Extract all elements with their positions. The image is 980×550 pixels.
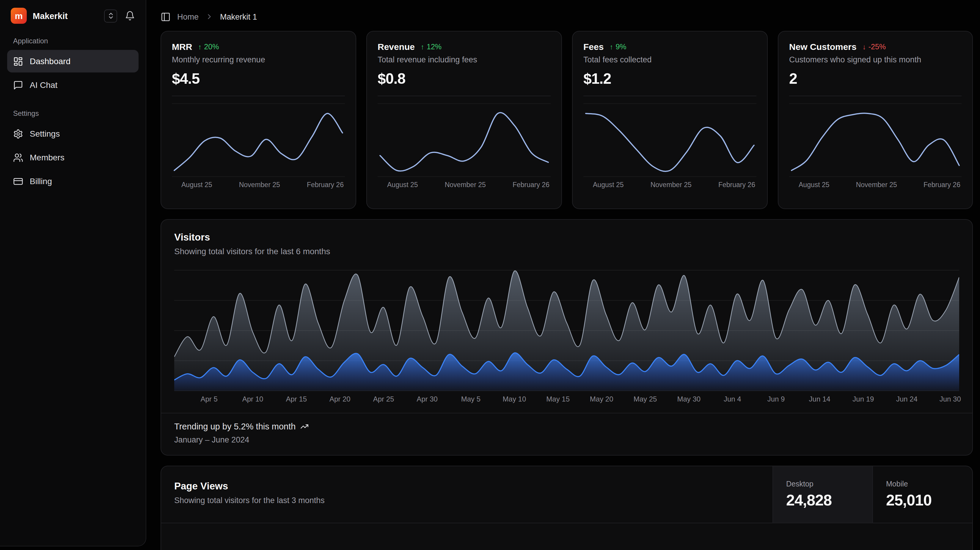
sparkline-x-ticks: August 25November 25February 26 bbox=[172, 177, 345, 188]
metric-subtitle: Customers who signed up this month bbox=[789, 55, 962, 64]
page-views-subtitle: Showing total visitors for the last 3 mo… bbox=[174, 496, 325, 505]
visitors-header: Visitors Showing total visitors for the … bbox=[161, 231, 972, 256]
metric-value: $1.2 bbox=[583, 70, 756, 87]
x-tick-label: November 25 bbox=[445, 181, 486, 188]
panel-left-toggle-icon[interactable] bbox=[161, 11, 171, 22]
metric-card-mrr: MRR ↑ 20% Monthly recurring revenue $4.5… bbox=[161, 31, 356, 209]
chevron-right-icon bbox=[205, 13, 213, 21]
makerkit-logo: m bbox=[11, 8, 27, 24]
x-tick-label: November 25 bbox=[239, 181, 280, 188]
visitors-footer: Trending up by 5.2% this month January –… bbox=[161, 413, 972, 455]
sparkline-x-ticks: August 25November 25February 26 bbox=[378, 177, 550, 188]
sidebar-item-members[interactable]: Members bbox=[7, 146, 138, 169]
x-tick-label: Apr 5 bbox=[201, 395, 218, 403]
metric-trend-badge: ↑ 12% bbox=[421, 43, 442, 51]
x-tick-label: Apr 30 bbox=[417, 395, 438, 403]
sidebar-item-dashboard[interactable]: Dashboard bbox=[7, 50, 138, 73]
sparkline-x-ticks: August 25November 25February 26 bbox=[789, 177, 962, 188]
layout-dashboard-icon bbox=[13, 56, 23, 66]
visitors-title: Visitors bbox=[174, 231, 959, 243]
divider bbox=[583, 96, 756, 96]
sparkline-svg bbox=[583, 104, 756, 176]
chevrons-up-down-icon[interactable] bbox=[104, 9, 117, 22]
page-views-header: Page Views Showing total visitors for th… bbox=[161, 466, 972, 523]
trend-percent: 12% bbox=[427, 43, 442, 51]
stat-label: Desktop bbox=[786, 480, 813, 488]
x-tick-label: August 25 bbox=[799, 181, 830, 188]
sidebar-nav: ApplicationDashboardAI ChatSettingsSetti… bbox=[7, 37, 138, 192]
metric-trend-badge: ↑ 9% bbox=[609, 43, 626, 51]
breadcrumb: Home Makerkit 1 bbox=[161, 7, 973, 26]
sidebar-item-billing[interactable]: Billing bbox=[7, 170, 138, 192]
sparkline-svg bbox=[172, 104, 345, 176]
sidebar-section-label: Settings bbox=[13, 109, 133, 117]
trend-percent: -25% bbox=[869, 43, 886, 51]
trending-up-icon bbox=[300, 422, 309, 431]
metric-value: $0.8 bbox=[378, 70, 550, 87]
metric-sparkline-chart bbox=[378, 103, 550, 177]
bell-icon[interactable] bbox=[125, 11, 135, 21]
trend-percent: 20% bbox=[204, 43, 219, 51]
x-tick-label: February 26 bbox=[512, 181, 549, 188]
breadcrumb-home-link[interactable]: Home bbox=[177, 12, 199, 21]
sidebar-item-label: Settings bbox=[30, 129, 60, 138]
stat-value: 24,828 bbox=[786, 491, 832, 509]
team-row: m Makerkit bbox=[11, 8, 136, 24]
logo-letter: m bbox=[15, 11, 23, 21]
x-tick-label: November 25 bbox=[856, 181, 897, 188]
x-tick-label: February 26 bbox=[924, 181, 960, 188]
page-views-title: Page Views bbox=[174, 480, 325, 492]
visitors-trend-line: Trending up by 5.2% this month bbox=[174, 422, 959, 431]
team-name: Makerkit bbox=[33, 11, 68, 21]
team-selector[interactable]: m Makerkit bbox=[11, 8, 68, 24]
divider bbox=[378, 96, 550, 96]
visitors-area-chart bbox=[174, 267, 959, 391]
metric-sparkline-chart bbox=[172, 103, 345, 177]
stat-toggle-desktop[interactable]: Desktop24,828 bbox=[772, 466, 872, 523]
x-tick-label: August 25 bbox=[593, 181, 624, 188]
metric-trend-badge: ↑ 20% bbox=[198, 43, 219, 51]
metric-cards-row: MRR ↑ 20% Monthly recurring revenue $4.5… bbox=[161, 31, 973, 209]
sidebar-item-ai-chat[interactable]: AI Chat bbox=[7, 74, 138, 96]
metric-trend-badge: ↓ -25% bbox=[862, 43, 886, 51]
sidebar-section-label: Application bbox=[13, 37, 133, 45]
sidebar-item-settings[interactable]: Settings bbox=[7, 122, 138, 145]
sidebar-item-label: AI Chat bbox=[30, 80, 57, 90]
page-views-stat-toggles: Desktop24,828Mobile25,010 bbox=[772, 466, 972, 523]
x-tick-label: February 26 bbox=[718, 181, 755, 188]
divider bbox=[172, 96, 345, 96]
breadcrumb-current-page: Makerkit 1 bbox=[220, 12, 257, 21]
metric-value: $4.5 bbox=[172, 70, 345, 87]
x-tick-label: Apr 10 bbox=[242, 395, 263, 403]
x-tick-label: August 25 bbox=[181, 181, 212, 188]
users-icon bbox=[13, 152, 23, 162]
arrow-up-icon: ↑ bbox=[421, 43, 424, 51]
metric-card-header: Fees ↑ 9% bbox=[583, 41, 756, 52]
x-tick-label: May 15 bbox=[546, 395, 570, 403]
x-tick-label: May 25 bbox=[633, 395, 657, 403]
visitors-trend-text: Trending up by 5.2% this month bbox=[174, 422, 296, 431]
x-tick-label: November 25 bbox=[651, 181, 692, 188]
x-tick-label: Jun 24 bbox=[896, 395, 918, 403]
gear-icon bbox=[13, 128, 23, 139]
metric-subtitle: Total fees collected bbox=[583, 55, 756, 64]
stat-label: Mobile bbox=[886, 480, 908, 488]
stat-toggle-mobile[interactable]: Mobile25,010 bbox=[872, 466, 972, 523]
x-tick-label: Jun 30 bbox=[940, 395, 961, 403]
visitors-card: Visitors Showing total visitors for the … bbox=[161, 219, 973, 456]
app-window: m Makerkit ApplicationDashboardAI ChatSe… bbox=[0, 0, 980, 550]
arrow-down-icon: ↓ bbox=[862, 43, 866, 51]
metric-subtitle: Monthly recurring revenue bbox=[172, 55, 345, 64]
metric-card-header: New Customers ↓ -25% bbox=[789, 41, 962, 52]
main-content: Home Makerkit 1 MRR ↑ 20% Monthly recurr… bbox=[146, 0, 980, 550]
metric-card-header: MRR ↑ 20% bbox=[172, 41, 345, 52]
metric-subtitle: Total revenue including fees bbox=[378, 55, 550, 64]
divider bbox=[789, 96, 962, 96]
sparkline-svg bbox=[789, 104, 962, 176]
sidebar-item-label: Billing bbox=[30, 176, 52, 186]
x-tick-label: May 5 bbox=[461, 395, 480, 403]
metric-value: 2 bbox=[789, 70, 962, 87]
x-tick-label: Jun 14 bbox=[809, 395, 830, 403]
x-tick-label: Jun 19 bbox=[853, 395, 874, 403]
sidebar-item-label: Dashboard bbox=[30, 56, 70, 66]
